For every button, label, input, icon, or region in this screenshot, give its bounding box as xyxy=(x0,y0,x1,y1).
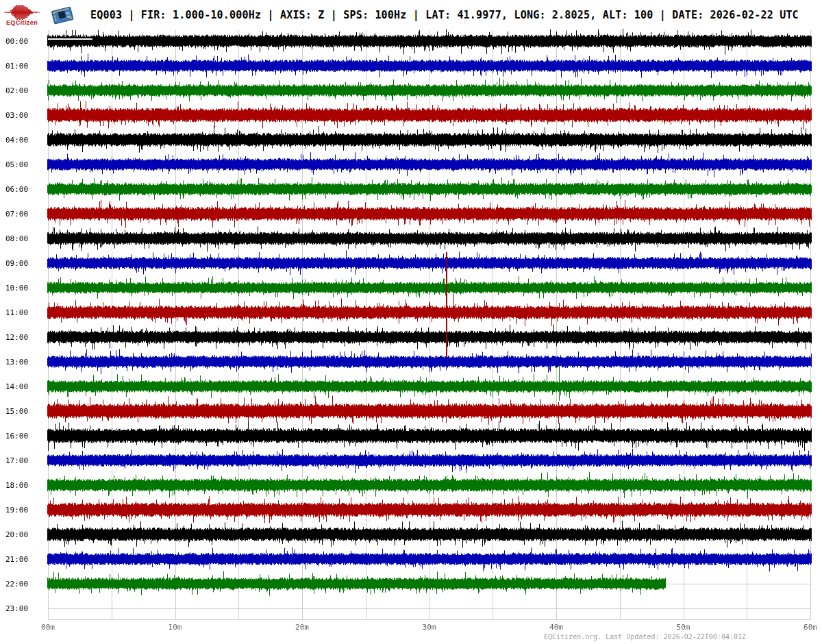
hour-label: 03:00 xyxy=(5,111,33,120)
hour-label: 08:00 xyxy=(5,234,33,243)
x-tick-label: 40m xyxy=(549,623,563,632)
hour-label: 22:00 xyxy=(5,580,33,589)
x-tick-label: 00m xyxy=(41,623,55,632)
hour-label: 04:00 xyxy=(5,136,33,145)
hour-label: 06:00 xyxy=(5,185,33,194)
footer-text: EQCitizen.org. Last Updated: 2026-02-22T… xyxy=(544,633,746,641)
helicorder-page: EQCitizen EQ003 | FIR: 1.000-10.000Hz | xyxy=(0,0,822,644)
hour-label: 12:00 xyxy=(5,333,33,342)
hour-label: 14:00 xyxy=(5,382,33,391)
hour-label: 10:00 xyxy=(5,284,33,293)
hour-label: 15:00 xyxy=(5,407,33,416)
helicorder-canvas xyxy=(0,0,822,644)
x-tick-label: 30m xyxy=(423,623,436,632)
hour-label: 18:00 xyxy=(5,481,33,490)
x-tick-label: 50m xyxy=(677,623,690,632)
hour-label: 20:00 xyxy=(5,530,33,539)
hour-label: 09:00 xyxy=(5,259,33,268)
hour-label: 23:00 xyxy=(5,604,33,613)
hour-label: 13:00 xyxy=(5,358,33,367)
x-tick-label: 10m xyxy=(169,623,182,632)
hour-label: 16:00 xyxy=(5,432,33,441)
x-tick-label: 20m xyxy=(295,623,309,632)
hour-label: 21:00 xyxy=(5,555,33,564)
x-tick-label: 60m xyxy=(804,623,817,632)
hour-label: 19:00 xyxy=(5,506,33,515)
hour-label: 01:00 xyxy=(5,62,33,71)
hour-label: 11:00 xyxy=(5,308,33,317)
hour-label: 02:00 xyxy=(5,86,33,95)
hour-label: 05:00 xyxy=(5,160,33,169)
hour-label: 07:00 xyxy=(5,210,33,219)
hour-label: 17:00 xyxy=(5,456,33,465)
hour-label: 00:00 xyxy=(5,37,33,46)
